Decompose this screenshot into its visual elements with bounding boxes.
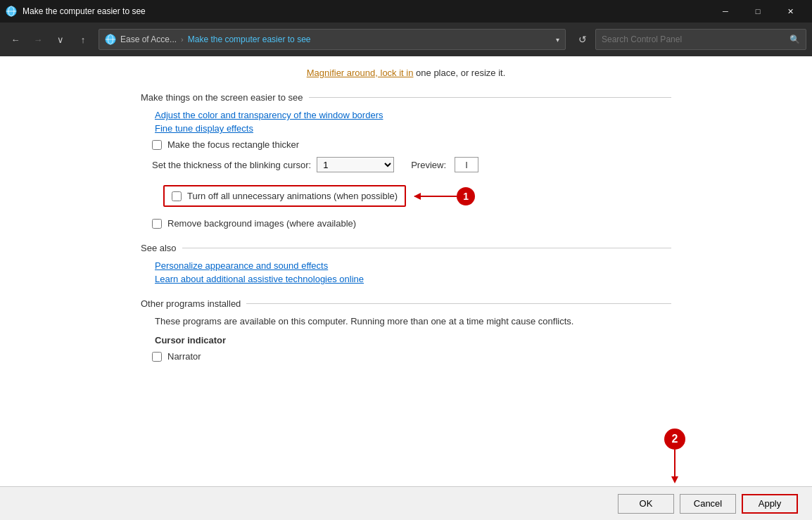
app-icon — [6, 6, 17, 17]
address-start: Ease of Acce... — [120, 34, 177, 44]
refresh-button[interactable]: ↺ — [573, 30, 592, 49]
section2-title: See also — [141, 243, 177, 253]
address-separator: › — [181, 35, 184, 44]
address-bar[interactable]: Ease of Acce... › Make the computer easi… — [99, 29, 566, 50]
arrow-head — [414, 193, 421, 200]
minimize-button[interactable]: ─ — [709, 0, 742, 23]
link-color-transparency[interactable]: Adjust the color and transparency of the… — [155, 110, 671, 120]
ok-button[interactable]: OK — [618, 494, 674, 514]
checkbox-focus-row: Make the focus rectangle thicker — [152, 139, 671, 150]
link-fine-tune[interactable]: Fine tune display effects — [155, 123, 671, 134]
checkbox-background-label[interactable]: Remove background images (where availabl… — [167, 218, 356, 229]
title-bar-controls: ─ □ ✕ — [709, 0, 806, 23]
address-page[interactable]: Make the computer easier to see — [188, 34, 311, 44]
globe-icon — [105, 34, 116, 45]
search-input[interactable] — [602, 34, 785, 44]
main-content: Magnifier around, lock it in one place, … — [0, 56, 812, 486]
top-text-highlight: Magnifier around, lock it in — [307, 68, 414, 78]
cursor-select[interactable]: 1 — [317, 157, 394, 172]
window-title: Make the computer easier to see — [23, 6, 146, 16]
cancel-button[interactable]: Cancel — [680, 494, 736, 514]
link-assistive-tech[interactable]: Learn about additional assistive technol… — [155, 274, 671, 284]
title-bar-left: Make the computer easier to see — [6, 6, 146, 17]
annotation-circle-1: 1 — [457, 187, 475, 205]
apply-button[interactable]: Apply — [742, 494, 798, 514]
maximize-button[interactable]: □ — [742, 0, 774, 23]
section3-header: Other programs installed — [141, 298, 671, 309]
cursor-row: Set the thickness of the blinking cursor… — [152, 157, 671, 172]
nav-bar: ← → ∨ ↑ Ease of Acce... › Make the compu… — [0, 23, 812, 56]
section1-header: Make things on the screen easier to see — [141, 92, 671, 103]
section1-line — [309, 97, 671, 98]
checkbox-narrator[interactable] — [152, 352, 162, 362]
cursor-thickness-label: Set the thickness of the blinking cursor… — [152, 160, 311, 170]
top-text: Magnifier around, lock it in one place, … — [141, 62, 671, 89]
search-icon: 🔍 — [789, 34, 800, 44]
section3-title: Other programs installed — [141, 298, 241, 309]
top-text-normal: one place, or resize it. — [413, 68, 505, 78]
section3-line — [246, 303, 671, 304]
back-button[interactable]: ← — [6, 30, 25, 49]
link-personalize[interactable]: Personalize appearance and sound effects — [155, 260, 671, 271]
cursor-indicator-label: Cursor indicator — [155, 335, 671, 345]
annotation-circle-2: 2 — [664, 429, 685, 450]
arrow-line — [414, 196, 457, 197]
address-dropdown-icon[interactable]: ▾ — [556, 36, 559, 44]
search-bar[interactable]: 🔍 — [595, 29, 806, 50]
preview-label: Preview: — [411, 160, 446, 170]
checkbox-animations-row: Turn off all unnecessary animations (whe… — [163, 185, 406, 207]
annotation2-arrow — [674, 450, 675, 478]
section2-line — [182, 248, 671, 248]
checkbox-narrator-row: Narrator — [152, 351, 671, 362]
other-programs-text: These programs are available on this com… — [155, 316, 671, 326]
content-inner: Magnifier around, lock it in one place, … — [0, 56, 812, 379]
annotation2-container: 2 — [664, 429, 685, 478]
animations-row-container: Turn off all unnecessary animations (whe… — [152, 179, 671, 213]
checkbox-animations-label[interactable]: Turn off all unnecessary animations (whe… — [187, 191, 398, 201]
section1-title: Make things on the screen easier to see — [141, 92, 303, 103]
checkbox-background-row: Remove background images (where availabl… — [152, 218, 671, 229]
up-button[interactable]: ↑ — [73, 30, 93, 49]
dropdown-button[interactable]: ∨ — [51, 30, 70, 49]
checkbox-focus[interactable] — [152, 140, 162, 150]
preview-box: I — [455, 157, 478, 172]
checkbox-narrator-label[interactable]: Narrator — [167, 351, 201, 362]
bottom-bar: 2 OK Cancel Apply — [0, 486, 812, 520]
forward-button[interactable]: → — [28, 30, 48, 49]
title-bar: Make the computer easier to see ─ □ ✕ — [0, 0, 812, 23]
section2-header: See also — [141, 243, 671, 253]
annotation1-arrow: 1 — [414, 187, 475, 205]
checkbox-animations[interactable] — [172, 191, 182, 201]
checkbox-background[interactable] — [152, 219, 162, 229]
checkbox-focus-label[interactable]: Make the focus rectangle thicker — [167, 139, 299, 150]
close-button[interactable]: ✕ — [774, 0, 806, 23]
